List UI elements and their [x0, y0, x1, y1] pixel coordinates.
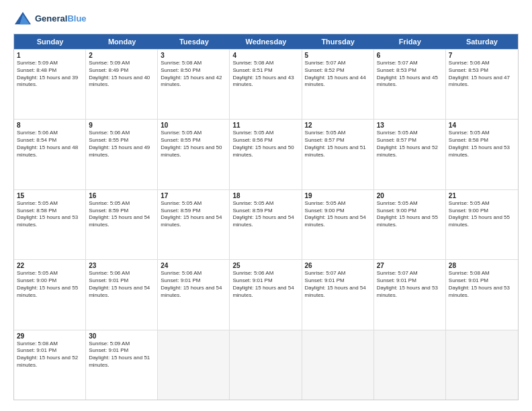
- day-cell-30: 30Sunrise: 5:09 AM Sunset: 9:01 PM Dayli…: [86, 330, 158, 400]
- empty-cell: [230, 330, 302, 400]
- day-number: 27: [377, 262, 443, 269]
- day-number: 14: [449, 122, 515, 129]
- day-cell-9: 9Sunrise: 5:06 AM Sunset: 8:55 PM Daylig…: [86, 120, 158, 189]
- empty-cell: [158, 330, 230, 400]
- day-cell-28: 28Sunrise: 5:08 AM Sunset: 9:01 PM Dayli…: [446, 260, 518, 329]
- header-day-saturday: Saturday: [446, 34, 518, 49]
- header-day-thursday: Thursday: [302, 34, 374, 49]
- header-day-sunday: Sunday: [14, 34, 86, 49]
- day-cell-21: 21Sunrise: 5:05 AM Sunset: 9:00 PM Dayli…: [446, 190, 518, 259]
- day-cell-8: 8Sunrise: 5:06 AM Sunset: 8:54 PM Daylig…: [14, 120, 86, 189]
- header-day-wednesday: Wednesday: [230, 34, 302, 49]
- empty-cell: [374, 330, 446, 400]
- day-info: Sunrise: 5:06 AM Sunset: 9:01 PM Dayligh…: [89, 270, 154, 299]
- day-cell-4: 4Sunrise: 5:08 AM Sunset: 8:51 PM Daylig…: [230, 50, 302, 119]
- day-number: 8: [17, 122, 83, 129]
- calendar-body: 1Sunrise: 5:09 AM Sunset: 8:48 PM Daylig…: [14, 49, 518, 400]
- day-cell-26: 26Sunrise: 5:07 AM Sunset: 9:01 PM Dayli…: [302, 260, 374, 329]
- day-cell-13: 13Sunrise: 5:05 AM Sunset: 8:57 PM Dayli…: [374, 120, 446, 189]
- logo-text: GeneralBlue: [35, 13, 87, 24]
- day-cell-2: 2Sunrise: 5:09 AM Sunset: 8:49 PM Daylig…: [86, 50, 158, 119]
- day-number: 11: [232, 122, 298, 129]
- day-info: Sunrise: 5:07 AM Sunset: 9:01 PM Dayligh…: [305, 270, 371, 299]
- day-number: 24: [161, 262, 226, 269]
- day-info: Sunrise: 5:05 AM Sunset: 8:59 PM Dayligh…: [161, 200, 226, 229]
- day-number: 16: [89, 192, 154, 199]
- day-cell-17: 17Sunrise: 5:05 AM Sunset: 8:59 PM Dayli…: [158, 190, 230, 259]
- header-day-friday: Friday: [374, 34, 446, 49]
- day-cell-16: 16Sunrise: 5:05 AM Sunset: 8:59 PM Dayli…: [86, 190, 158, 259]
- day-info: Sunrise: 5:09 AM Sunset: 8:48 PM Dayligh…: [17, 60, 83, 89]
- day-info: Sunrise: 5:05 AM Sunset: 8:58 PM Dayligh…: [17, 200, 83, 229]
- day-number: 25: [232, 262, 298, 269]
- day-number: 28: [449, 262, 515, 269]
- day-number: 18: [232, 192, 298, 199]
- header-day-tuesday: Tuesday: [158, 34, 230, 49]
- day-cell-10: 10Sunrise: 5:05 AM Sunset: 8:55 PM Dayli…: [158, 120, 230, 189]
- day-cell-1: 1Sunrise: 5:09 AM Sunset: 8:48 PM Daylig…: [14, 50, 86, 119]
- day-cell-18: 18Sunrise: 5:05 AM Sunset: 8:59 PM Dayli…: [230, 190, 302, 259]
- calendar-row-1: 1Sunrise: 5:09 AM Sunset: 8:48 PM Daylig…: [14, 49, 518, 119]
- day-cell-14: 14Sunrise: 5:05 AM Sunset: 8:58 PM Dayli…: [446, 120, 518, 189]
- day-info: Sunrise: 5:09 AM Sunset: 9:01 PM Dayligh…: [89, 340, 154, 369]
- calendar-header: SundayMondayTuesdayWednesdayThursdayFrid…: [14, 34, 518, 49]
- day-number: 6: [377, 52, 443, 59]
- header-day-monday: Monday: [86, 34, 158, 49]
- day-info: Sunrise: 5:05 AM Sunset: 8:56 PM Dayligh…: [232, 130, 298, 158]
- day-cell-19: 19Sunrise: 5:05 AM Sunset: 9:00 PM Dayli…: [302, 190, 374, 259]
- day-cell-20: 20Sunrise: 5:05 AM Sunset: 9:00 PM Dayli…: [374, 190, 446, 259]
- day-cell-12: 12Sunrise: 5:05 AM Sunset: 8:57 PM Dayli…: [302, 120, 374, 189]
- day-number: 1: [17, 52, 83, 59]
- day-info: Sunrise: 5:05 AM Sunset: 9:00 PM Dayligh…: [305, 200, 371, 229]
- day-info: Sunrise: 5:06 AM Sunset: 8:55 PM Dayligh…: [89, 130, 154, 158]
- day-number: 23: [89, 262, 154, 269]
- day-number: 13: [377, 122, 443, 129]
- day-info: Sunrise: 5:07 AM Sunset: 9:01 PM Dayligh…: [377, 270, 443, 299]
- day-cell-24: 24Sunrise: 5:06 AM Sunset: 9:01 PM Dayli…: [158, 260, 230, 329]
- day-number: 26: [305, 262, 371, 269]
- day-cell-6: 6Sunrise: 5:07 AM Sunset: 8:53 PM Daylig…: [374, 50, 446, 119]
- day-info: Sunrise: 5:08 AM Sunset: 9:01 PM Dayligh…: [17, 340, 83, 369]
- day-info: Sunrise: 5:07 AM Sunset: 8:52 PM Dayligh…: [305, 60, 371, 89]
- day-number: 17: [161, 192, 226, 199]
- day-number: 21: [449, 192, 515, 199]
- day-info: Sunrise: 5:05 AM Sunset: 8:55 PM Dayligh…: [161, 130, 226, 158]
- calendar: SundayMondayTuesdayWednesdayThursdayFrid…: [13, 34, 519, 400]
- day-info: Sunrise: 5:05 AM Sunset: 8:59 PM Dayligh…: [89, 200, 154, 229]
- day-number: 20: [377, 192, 443, 199]
- day-info: Sunrise: 5:05 AM Sunset: 8:57 PM Dayligh…: [305, 130, 371, 158]
- day-info: Sunrise: 5:05 AM Sunset: 9:00 PM Dayligh…: [449, 200, 515, 229]
- day-info: Sunrise: 5:09 AM Sunset: 8:49 PM Dayligh…: [89, 60, 154, 89]
- empty-cell: [302, 330, 374, 400]
- calendar-row-5: 29Sunrise: 5:08 AM Sunset: 9:01 PM Dayli…: [14, 330, 518, 400]
- header: GeneralBlue: [13, 11, 519, 27]
- day-number: 15: [17, 192, 83, 199]
- day-number: 30: [89, 332, 154, 340]
- day-info: Sunrise: 5:05 AM Sunset: 8:57 PM Dayligh…: [377, 130, 443, 158]
- calendar-row-2: 8Sunrise: 5:06 AM Sunset: 8:54 PM Daylig…: [14, 119, 518, 189]
- day-info: Sunrise: 5:05 AM Sunset: 8:59 PM Dayligh…: [232, 200, 298, 229]
- empty-cell: [446, 330, 518, 400]
- day-number: 19: [305, 192, 371, 199]
- day-info: Sunrise: 5:08 AM Sunset: 9:01 PM Dayligh…: [449, 270, 515, 299]
- day-info: Sunrise: 5:05 AM Sunset: 8:58 PM Dayligh…: [449, 130, 515, 158]
- day-number: 7: [449, 52, 515, 59]
- day-number: 10: [161, 122, 226, 129]
- day-info: Sunrise: 5:07 AM Sunset: 8:53 PM Dayligh…: [377, 60, 443, 89]
- day-cell-5: 5Sunrise: 5:07 AM Sunset: 8:52 PM Daylig…: [302, 50, 374, 119]
- page: GeneralBlue SundayMondayTuesdayWednesday…: [0, 0, 532, 411]
- day-cell-3: 3Sunrise: 5:08 AM Sunset: 8:50 PM Daylig…: [158, 50, 230, 119]
- day-info: Sunrise: 5:06 AM Sunset: 9:01 PM Dayligh…: [232, 270, 298, 299]
- day-info: Sunrise: 5:08 AM Sunset: 8:51 PM Dayligh…: [232, 60, 298, 89]
- day-info: Sunrise: 5:06 AM Sunset: 8:53 PM Dayligh…: [449, 60, 515, 89]
- calendar-row-3: 15Sunrise: 5:05 AM Sunset: 8:58 PM Dayli…: [14, 189, 518, 259]
- day-info: Sunrise: 5:05 AM Sunset: 9:00 PM Dayligh…: [17, 270, 83, 299]
- logo: GeneralBlue: [13, 11, 87, 27]
- day-cell-25: 25Sunrise: 5:06 AM Sunset: 9:01 PM Dayli…: [230, 260, 302, 329]
- day-cell-23: 23Sunrise: 5:06 AM Sunset: 9:01 PM Dayli…: [86, 260, 158, 329]
- day-cell-7: 7Sunrise: 5:06 AM Sunset: 8:53 PM Daylig…: [446, 50, 518, 119]
- day-number: 22: [17, 262, 83, 269]
- day-cell-29: 29Sunrise: 5:08 AM Sunset: 9:01 PM Dayli…: [14, 330, 86, 400]
- day-number: 5: [305, 52, 371, 59]
- day-cell-11: 11Sunrise: 5:05 AM Sunset: 8:56 PM Dayli…: [230, 120, 302, 189]
